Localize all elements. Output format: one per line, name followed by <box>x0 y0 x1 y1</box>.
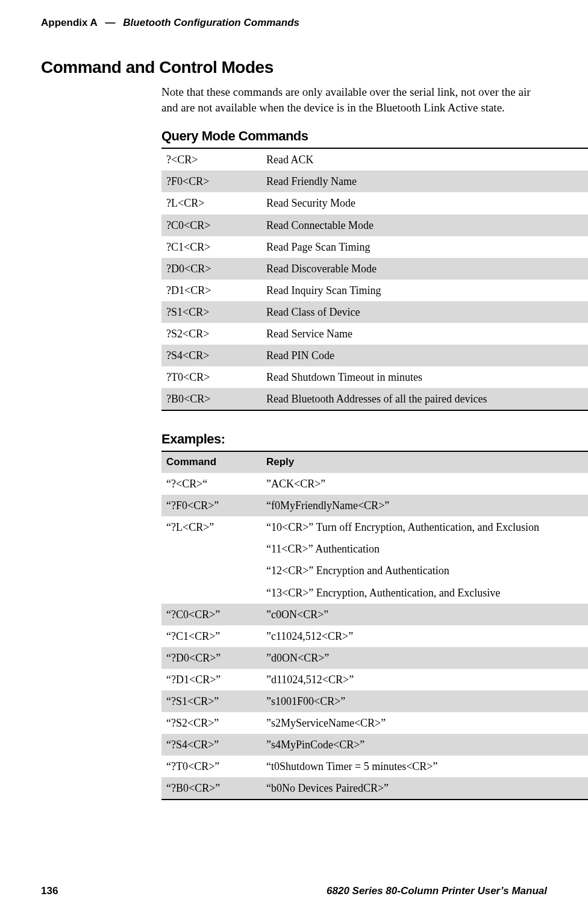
description-cell: Read Discoverable Mode <box>261 258 588 280</box>
reply-cell: ”c0ON<CR>” <box>261 604 588 625</box>
command-cell: “?S4<CR>” <box>161 734 261 756</box>
table-row: “?C1<CR>””c11024,512<CR>” <box>161 625 588 647</box>
reply-line: “10<CR>” Turn off Encryption, Authentica… <box>266 519 588 535</box>
command-cell: ?S2<CR> <box>161 323 261 345</box>
reply-cell: “10<CR>” Turn off Encryption, Authentica… <box>261 516 588 603</box>
command-cell: “?B0<CR>” <box>161 777 261 800</box>
reply-cell: ”c11024,512<CR>” <box>261 625 588 647</box>
appendix-label: Appendix A <box>41 17 98 28</box>
description-cell: Read Security Mode <box>261 192 588 214</box>
table-row: “?D1<CR>””d11024,512<CR>” <box>161 669 588 690</box>
examples-table: Command Reply “?<CR>“”ACK<CR>”“?F0<CR>”“… <box>161 451 588 800</box>
description-cell: Read Bluetooth Addresses of all the pair… <box>261 388 588 410</box>
command-cell: ?D1<CR> <box>161 280 261 301</box>
table-header-row: Command Reply <box>161 451 588 473</box>
table-row: ?F0<CR>Read Friendly Name <box>161 171 588 192</box>
table-row: “?D0<CR>””d0ON<CR>” <box>161 647 588 669</box>
reply-cell: ”s2MyServiceName<CR>” <box>261 712 588 734</box>
intro-paragraph: Note that these commands are only availa… <box>161 84 547 115</box>
table-row: ?S2<CR>Read Service Name <box>161 323 588 345</box>
reply-cell: ”s4MyPinCode<CR>” <box>261 734 588 756</box>
header-dash: — <box>105 17 116 28</box>
command-cell: “?C1<CR>” <box>161 625 261 647</box>
command-cell: “?S2<CR>” <box>161 712 261 734</box>
table-row: “?B0<CR>”“b0No Devices PairedCR>” <box>161 777 588 800</box>
reply-cell: ”d11024,512<CR>” <box>261 669 588 690</box>
command-cell: ?<CR> <box>161 148 261 171</box>
command-cell: ?F0<CR> <box>161 171 261 192</box>
reply-cell: ”d0ON<CR>” <box>261 647 588 669</box>
command-cell: “?D1<CR>” <box>161 669 261 690</box>
command-cell: ?C1<CR> <box>161 236 261 258</box>
page-title: Command and Control Modes <box>41 58 547 77</box>
manual-title: 6820 Series 80-Column Printer User’s Man… <box>327 885 547 897</box>
description-cell: Read Shutdown Timeout in minutes <box>261 366 588 388</box>
description-cell: Read Class of Device <box>261 301 588 323</box>
reply-line: “12<CR>” Encryption and Authentication <box>266 563 588 578</box>
page-header: Appendix A — Bluetooth Configuration Com… <box>41 17 547 29</box>
description-cell: Read Service Name <box>261 323 588 345</box>
chapter-title: Bluetooth Configuration Commands <box>123 17 299 28</box>
table-row: “?L<CR>”“10<CR>” Turn off Encryption, Au… <box>161 516 588 603</box>
reply-cell: “t0Shutdown Timer = 5 minutes<CR>” <box>261 756 588 777</box>
query-mode-commands-table: ?<CR>Read ACK?F0<CR>Read Friendly Name?L… <box>161 148 588 411</box>
command-cell: ?T0<CR> <box>161 366 261 388</box>
command-cell: “?C0<CR>” <box>161 604 261 625</box>
table-row: ?S1<CR>Read Class of Device <box>161 301 588 323</box>
command-cell: “?T0<CR>” <box>161 756 261 777</box>
table-row: ?L<CR>Read Security Mode <box>161 192 588 214</box>
table-row: ?D0<CR>Read Discoverable Mode <box>161 258 588 280</box>
description-cell: Read Page Scan Timing <box>261 236 588 258</box>
command-cell: ?C0<CR> <box>161 214 261 236</box>
page-footer: 136 6820 Series 80-Column Printer User’s… <box>41 885 547 897</box>
command-cell: ?D0<CR> <box>161 258 261 280</box>
table-row: ?C1<CR>Read Page Scan Timing <box>161 236 588 258</box>
table-row: “?<CR>“”ACK<CR>” <box>161 473 588 495</box>
table-row: ?C0<CR>Read Connectable Mode <box>161 214 588 236</box>
command-cell: ?S1<CR> <box>161 301 261 323</box>
table-row: “?F0<CR>”“f0MyFriendlyName<CR>” <box>161 495 588 516</box>
reply-cell: “b0No Devices PairedCR>” <box>261 777 588 800</box>
description-cell: Read PIN Code <box>261 345 588 366</box>
column-header-reply: Reply <box>261 451 588 473</box>
command-cell: ?L<CR> <box>161 192 261 214</box>
command-cell: ?S4<CR> <box>161 345 261 366</box>
description-cell: Read Friendly Name <box>261 171 588 192</box>
reply-cell: “f0MyFriendlyName<CR>” <box>261 495 588 516</box>
reply-line: “13<CR>” Encryption, Authentication, and… <box>266 585 588 601</box>
table-row: ?D1<CR>Read Inquiry Scan Timing <box>161 280 588 301</box>
table-row: “?S2<CR>””s2MyServiceName<CR>” <box>161 712 588 734</box>
description-cell: Read Connectable Mode <box>261 214 588 236</box>
column-header-command: Command <box>161 451 261 473</box>
command-cell: “?S1<CR>” <box>161 690 261 712</box>
table-row: “?T0<CR>”“t0Shutdown Timer = 5 minutes<C… <box>161 756 588 777</box>
reply-line: “11<CR>” Authentication <box>266 541 588 557</box>
table-row: ?T0<CR>Read Shutdown Timeout in minutes <box>161 366 588 388</box>
table-row: ?S4<CR>Read PIN Code <box>161 345 588 366</box>
table-row: “?S4<CR>””s4MyPinCode<CR>” <box>161 734 588 756</box>
table-row: “?S1<CR>””s1001F00<CR>” <box>161 690 588 712</box>
query-heading: Query Mode Commands <box>161 128 547 144</box>
command-cell: “?L<CR>” <box>161 516 261 603</box>
command-cell: ?B0<CR> <box>161 388 261 410</box>
table-row: ?<CR>Read ACK <box>161 148 588 171</box>
reply-cell: ”s1001F00<CR>” <box>261 690 588 712</box>
description-cell: Read Inquiry Scan Timing <box>261 280 588 301</box>
table-row: “?C0<CR>””c0ON<CR>” <box>161 604 588 625</box>
description-cell: Read ACK <box>261 148 588 171</box>
reply-cell: ”ACK<CR>” <box>261 473 588 495</box>
command-cell: “?<CR>“ <box>161 473 261 495</box>
page-number: 136 <box>41 885 58 897</box>
command-cell: “?D0<CR>” <box>161 647 261 669</box>
command-cell: “?F0<CR>” <box>161 495 261 516</box>
examples-heading: Examples: <box>161 431 547 447</box>
table-row: ?B0<CR>Read Bluetooth Addresses of all t… <box>161 388 588 410</box>
